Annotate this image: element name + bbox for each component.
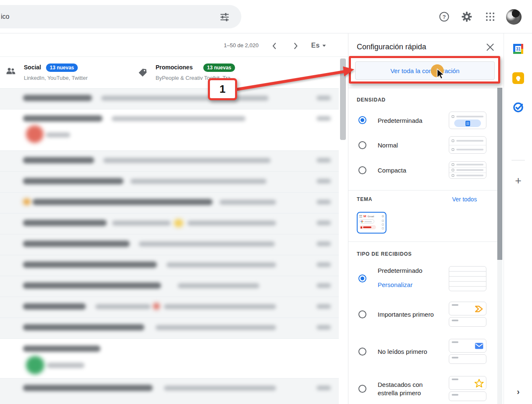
divider: [348, 241, 497, 242]
search-icon-mini: [382, 215, 384, 217]
email-row[interactable]: [0, 318, 339, 338]
quick-settings-panel: Configuración rápida Ver toda la configu…: [348, 33, 502, 404]
radio-inbox-unread-first[interactable]: [358, 348, 366, 356]
inbox-important-label[interactable]: Importantes primero: [378, 311, 434, 318]
svg-text:31: 31: [516, 47, 521, 51]
panel-title: Configuración rápida: [357, 43, 426, 51]
people-icon: [6, 67, 16, 77]
theme-see-all-link[interactable]: Ver todos: [452, 196, 477, 203]
radio-inbox-starred-first[interactable]: [358, 385, 366, 393]
inbox-starred-label[interactable]: Destacados conestrella primero: [378, 381, 440, 397]
star-icon: [474, 379, 484, 388]
search-options-icon[interactable]: [219, 12, 230, 24]
email-row[interactable]: [0, 150, 339, 171]
email-row[interactable]: [0, 276, 339, 297]
tab-promotions[interactable]: Promociones 13 nuevas ByPeople & Creativ…: [138, 57, 276, 88]
radio-density-default[interactable]: [358, 116, 366, 124]
settings-gear-icon[interactable]: [458, 8, 475, 25]
radio-inbox-default[interactable]: [358, 274, 366, 282]
density-compact-label[interactable]: Compacta: [378, 167, 406, 174]
tab-promotions-badge: 13 nuevas: [203, 64, 235, 72]
email-row[interactable]: [0, 378, 339, 404]
pagination-label: 1–50 de 2,020: [224, 42, 258, 48]
input-tools-label: Es: [311, 42, 320, 49]
email-row[interactable]: [0, 192, 339, 213]
hide-side-panel-icon[interactable]: ›: [512, 386, 524, 397]
email-row[interactable]: [0, 213, 339, 234]
sidebar-divider: [512, 160, 525, 160]
svg-text:?: ?: [442, 14, 446, 20]
density-section-label: DENSIDAD: [357, 97, 386, 103]
hamburger-icon: [359, 215, 362, 217]
density-default-thumbnail[interactable]: [449, 112, 486, 129]
email-row[interactable]: [0, 255, 339, 276]
theme-section-label: TEMA: [357, 196, 372, 202]
gmail-app: ico ?: [0, 0, 532, 404]
inbox-type-section-label: TIPO DE RECIBIDOS: [357, 251, 412, 257]
chevron-down-icon: [322, 45, 326, 47]
calendar-icon[interactable]: 31: [512, 43, 524, 55]
help-icon[interactable]: ?: [436, 8, 453, 25]
close-icon[interactable]: [485, 42, 496, 53]
compose-plus-icon: [361, 220, 363, 223]
importance-marker-icon: [476, 306, 482, 312]
email-row[interactable]: [0, 297, 339, 318]
radio-density-compact[interactable]: [358, 166, 366, 174]
divider: [348, 190, 497, 191]
avatar[interactable]: [506, 9, 522, 25]
tab-social[interactable]: Social 13 nuevas LinkedIn, YouTube, Twit…: [0, 57, 138, 88]
tab-social-badge: 13 nuevas: [46, 64, 78, 72]
addons-sidebar: 31 + ›: [504, 33, 532, 404]
email-row[interactable]: [0, 88, 339, 109]
gmail-logo-mini: M: [363, 215, 366, 218]
inbox-unread-label[interactable]: No leídos primero: [378, 348, 427, 355]
panel-scrollbar-thumb[interactable]: [497, 88, 502, 260]
envelope-icon: [475, 343, 483, 349]
inbox-starred-thumbnail[interactable]: [449, 376, 486, 401]
email-row[interactable]: [0, 171, 339, 192]
see-all-settings-button[interactable]: Ver toda la configuración: [355, 61, 495, 80]
tab-promotions-label: Promociones: [156, 64, 193, 71]
divider: [348, 88, 497, 88]
email-list: [0, 88, 348, 404]
email-row[interactable]: [0, 338, 339, 378]
email-row[interactable]: [0, 234, 339, 255]
keep-icon[interactable]: [512, 72, 524, 84]
panel-scrollbar-track[interactable]: [497, 88, 502, 404]
search-input[interactable]: ico: [1, 13, 9, 20]
tab-social-subtitle: LinkedIn, YouTube, Twitter: [24, 75, 120, 81]
density-default-label[interactable]: Predeterminada: [378, 117, 422, 124]
theme-thumbnail-selected[interactable]: M Gmail: [357, 212, 386, 234]
customize-link[interactable]: Personalizar: [378, 281, 412, 288]
get-addons-plus-icon[interactable]: +: [512, 175, 524, 186]
density-compact-thumbnail[interactable]: [449, 161, 486, 179]
tag-icon: [138, 68, 148, 79]
newer-page-icon[interactable]: [292, 41, 299, 52]
sender-avatar-badge: [26, 356, 44, 374]
email-scrollbar-thumb[interactable]: [340, 58, 346, 140]
email-row[interactable]: [0, 109, 339, 150]
inbox-important-thumbnail[interactable]: [449, 302, 486, 327]
older-page-icon[interactable]: [271, 41, 279, 52]
inbox-default-thumbnail[interactable]: [449, 266, 486, 291]
sender-avatar-badge: [26, 125, 43, 143]
search-bar[interactable]: ico: [0, 5, 241, 28]
inbox-unread-thumbnail[interactable]: [449, 339, 486, 364]
radio-density-normal[interactable]: [358, 141, 366, 149]
density-normal-label[interactable]: Normal: [378, 142, 398, 149]
annotation-step-label: 1: [208, 78, 237, 100]
radio-inbox-important-first[interactable]: [358, 310, 366, 318]
tasks-icon[interactable]: [512, 102, 524, 113]
density-normal-thumbnail[interactable]: [449, 136, 486, 154]
tab-social-label: Social: [24, 64, 41, 71]
google-apps-icon[interactable]: [482, 8, 499, 25]
inbox-default-label[interactable]: Predeterminado: [378, 267, 422, 274]
input-tools-selector[interactable]: Es: [311, 42, 326, 49]
